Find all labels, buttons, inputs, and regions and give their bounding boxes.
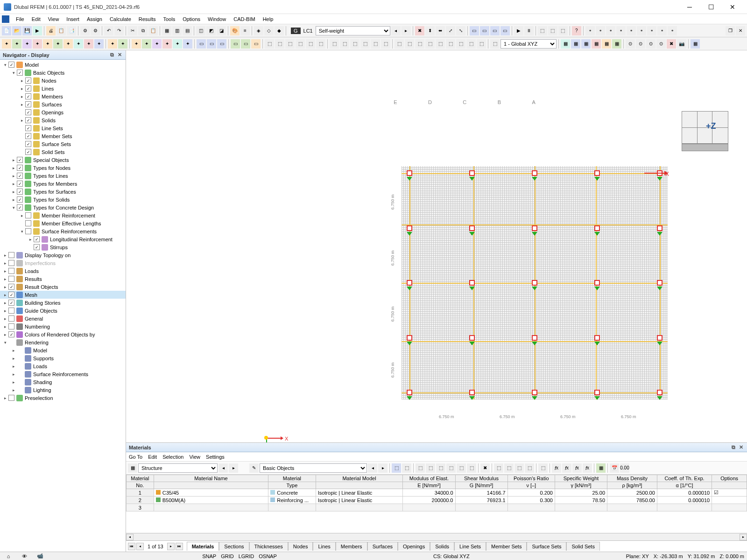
- checkbox[interactable]: [25, 212, 31, 218]
- new-button[interactable]: 📄: [2, 26, 11, 35]
- printreport-button[interactable]: 📋: [56, 26, 66, 35]
- mt-fx4[interactable]: fx: [583, 463, 592, 473]
- e10[interactable]: ✦: [94, 39, 104, 49]
- t-b[interactable]: ⬚: [548, 26, 557, 35]
- v1[interactable]: ⬚: [490, 39, 500, 49]
- pg-first[interactable]: ⏮: [128, 543, 135, 550]
- sb-eye-icon[interactable]: 👁: [19, 553, 30, 560]
- tool-x7[interactable]: ⚬: [647, 26, 656, 35]
- tree-members[interactable]: ▸Members: [0, 92, 126, 100]
- def3[interactable]: ▭: [490, 26, 500, 35]
- tab-member-sets[interactable]: Member Sets: [486, 542, 527, 551]
- checkbox[interactable]: [25, 220, 31, 226]
- checkbox[interactable]: [34, 244, 40, 250]
- e25[interactable]: ⬚: [265, 39, 274, 49]
- mt-f[interactable]: ⬚: [446, 463, 456, 473]
- tab-surfaces[interactable]: Surfaces: [367, 542, 398, 551]
- tree-surfaces[interactable]: ▸Surfaces: [0, 100, 126, 108]
- e16[interactable]: ✦: [162, 39, 172, 49]
- tab-sections[interactable]: Sections: [219, 542, 249, 551]
- mt-prev1[interactable]: ◂: [218, 463, 228, 473]
- navigator-tree[interactable]: ▾Model▾Basic Objects▸Nodes▸Lines▸Members…: [0, 60, 126, 552]
- tree-model[interactable]: ▸Model: [0, 346, 126, 354]
- mt-j[interactable]: ⬚: [504, 463, 514, 473]
- m2[interactable]: ⬚: [405, 39, 414, 49]
- tree-result-objects[interactable]: ▸Result Objects: [0, 283, 126, 291]
- e28[interactable]: ⬚: [296, 39, 305, 49]
- checkbox[interactable]: [8, 292, 14, 298]
- tab-members[interactable]: Members: [336, 542, 367, 551]
- tree-display-topology-on[interactable]: ▸Display Topology on: [0, 251, 126, 259]
- matmenu-edit[interactable]: Edit: [148, 454, 157, 460]
- e30[interactable]: ⬚: [316, 39, 325, 49]
- e24[interactable]: ▭: [251, 39, 261, 49]
- menu-options[interactable]: Options: [179, 15, 204, 23]
- basic-objects-select[interactable]: Basic Objects: [260, 463, 367, 473]
- mt-fx2[interactable]: fx: [562, 463, 571, 473]
- e23[interactable]: ▭: [241, 39, 250, 49]
- tree-types-for-nodes[interactable]: ▸Types for Nodes: [0, 164, 126, 172]
- tree-special-objects[interactable]: ▸Special Objects: [0, 156, 126, 164]
- tree-member-reinforcement[interactable]: ▸Member Reinforcement: [0, 211, 126, 219]
- checkbox[interactable]: [8, 315, 14, 322]
- close-button[interactable]: ✕: [722, 0, 743, 14]
- m8[interactable]: ⬚: [466, 39, 476, 49]
- tab-openings[interactable]: Openings: [398, 542, 430, 551]
- mt-dec[interactable]: 0.00: [620, 463, 629, 473]
- copy-button[interactable]: ⧉: [138, 26, 148, 35]
- checkbox[interactable]: [8, 252, 14, 258]
- checkbox[interactable]: [25, 228, 31, 234]
- sb-home-icon[interactable]: ⌂: [3, 553, 14, 560]
- materials-close-icon[interactable]: ✕: [738, 444, 744, 451]
- checkbox[interactable]: [25, 101, 31, 107]
- e27[interactable]: ⬚: [285, 39, 295, 49]
- menu-results[interactable]: Results: [135, 15, 160, 23]
- tool-x2[interactable]: ⚬: [596, 26, 605, 35]
- tree-types-for-concrete-design[interactable]: ▾Types for Concrete Design: [0, 203, 126, 211]
- cam-button[interactable]: 📷: [677, 39, 686, 49]
- tree-lighting[interactable]: ▸Lighting: [0, 386, 126, 394]
- matmenu-settings[interactable]: Settings: [206, 454, 225, 460]
- calc2-button[interactable]: ⚙: [91, 26, 100, 35]
- maximize-button[interactable]: ☐: [700, 0, 722, 14]
- e5[interactable]: ✦: [43, 39, 52, 49]
- colors-button[interactable]: 🎨: [230, 26, 240, 35]
- tree-supports[interactable]: ▸Supports: [0, 354, 126, 362]
- mt-units[interactable]: 📅: [610, 463, 619, 473]
- e18[interactable]: ✦: [183, 39, 192, 49]
- tree-preselection[interactable]: ▸Preselection: [0, 394, 126, 402]
- checkbox[interactable]: [17, 157, 23, 163]
- e9[interactable]: ✦: [84, 39, 93, 49]
- mt-b[interactable]: ⬚: [402, 463, 411, 473]
- sel1[interactable]: ⬚: [330, 39, 339, 49]
- tree-lines[interactable]: ▸Lines: [0, 84, 126, 92]
- navigator-close-icon[interactable]: ✕: [116, 52, 123, 58]
- sb-cam-icon[interactable]: 📹: [35, 553, 46, 560]
- sel6[interactable]: ⬚: [381, 39, 390, 49]
- run-button[interactable]: ▶: [33, 26, 42, 35]
- lgrid-toggle[interactable]: LGRID: [239, 553, 254, 559]
- tree-rendering[interactable]: ▾Rendering: [0, 338, 126, 346]
- m6[interactable]: ⬚: [446, 39, 455, 49]
- checkbox[interactable]: [8, 308, 14, 314]
- render1[interactable]: ◫: [196, 26, 205, 35]
- checkbox[interactable]: [8, 300, 14, 306]
- m3[interactable]: ⬚: [415, 39, 424, 49]
- tree-member-effective-lengths[interactable]: Member Effective Lengths: [0, 219, 126, 227]
- tree-stirrups[interactable]: Stirrups: [0, 243, 126, 251]
- tree-types-for-solids[interactable]: ▸Types for Solids: [0, 196, 126, 203]
- osnap-toggle[interactable]: OSNAP: [259, 553, 277, 559]
- checkbox[interactable]: [17, 173, 23, 179]
- e19[interactable]: ▭: [197, 39, 206, 49]
- checkbox[interactable]: [8, 323, 14, 329]
- mt-fx1[interactable]: fx: [552, 463, 561, 473]
- tab-solids[interactable]: Solids: [430, 542, 454, 551]
- tool-x6[interactable]: ⚬: [637, 26, 646, 35]
- menu-cad-bim[interactable]: CAD-BIM: [230, 15, 259, 23]
- e6[interactable]: ✦: [53, 39, 63, 49]
- tool-x9[interactable]: ⚬: [668, 26, 677, 35]
- e15[interactable]: ✦: [152, 39, 162, 49]
- checkbox[interactable]: [8, 276, 14, 282]
- tree-basic-objects[interactable]: ▾Basic Objects: [0, 69, 126, 77]
- tree-general[interactable]: ▸General: [0, 315, 126, 322]
